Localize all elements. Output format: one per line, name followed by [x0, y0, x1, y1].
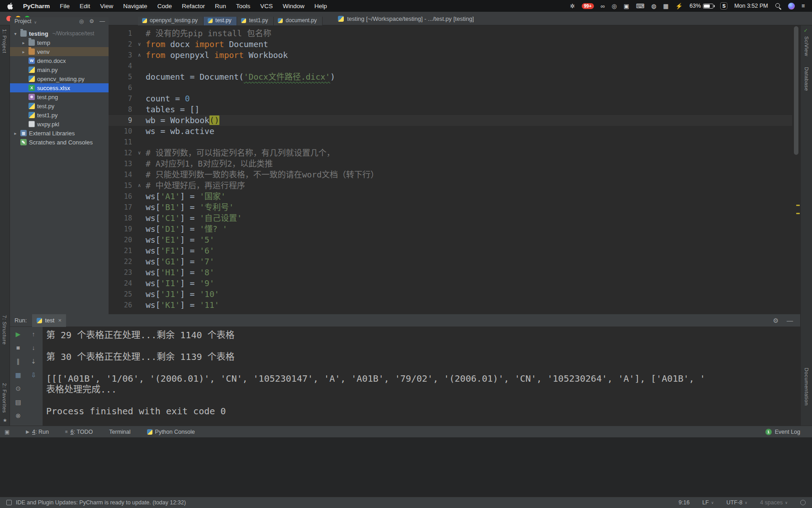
display-icon[interactable]: ▣	[623, 3, 629, 10]
tree-item-external-libraries[interactable]: ▸≣External Libraries	[10, 129, 109, 138]
editor-line-5[interactable]: 5document = Document('Docx文件路径.dicx')	[109, 72, 792, 82]
menu-vcs[interactable]: VCS	[260, 3, 273, 10]
run-console[interactable]: 第 29 个表格正在处理...剩余 1140 个表格第 30 个表格正在处理..…	[43, 327, 800, 426]
editor-line-16[interactable]: 16ws['A1'] = '国家'	[109, 191, 792, 202]
scroll-to-end-icon[interactable]: ⇩	[29, 370, 38, 379]
pin-tab-icon[interactable]: ⊙	[14, 384, 23, 393]
project-panel-header[interactable]: Project ∨ ◎ ⚙ —	[10, 17, 109, 25]
editor-tab-document-py[interactable]: document.py	[274, 17, 323, 25]
event-log-button[interactable]: 1 Event Log	[765, 429, 800, 435]
editor-line-14[interactable]: 14# 只能处理列数一致的表格，不一致的请在word文档（转下行）	[109, 169, 792, 180]
editor-line-7[interactable]: 7count = 0	[109, 93, 792, 104]
chevron-down-icon[interactable]: ∨	[34, 20, 37, 24]
tool-strip-button-documentation[interactable]: Documentation	[804, 368, 809, 406]
editor-line-9[interactable]: 9wb = Workbook()	[109, 115, 792, 126]
window-titlebar[interactable]: testing [~/Workspace/testing] - .../test…	[0, 12, 812, 25]
tree-collapsed-arrow-icon[interactable]: ▸	[13, 131, 18, 136]
notification-center-icon[interactable]: ≡	[802, 3, 805, 9]
line-separator-widget[interactable]: LF∨	[702, 499, 713, 506]
energy-icon[interactable]: ⚡	[675, 3, 683, 10]
restore-layout-icon[interactable]: ▦	[14, 370, 23, 379]
editor-tab-test-py[interactable]: test.py	[204, 17, 237, 25]
editor-line-15[interactable]: 15∧# 中处理好后，再运行程序	[109, 180, 792, 191]
warning-stripe-mark-icon[interactable]	[796, 205, 800, 206]
tree-item-venv[interactable]: ▸venv	[10, 47, 109, 56]
editor-line-8[interactable]: 8tables = []	[109, 104, 792, 115]
toolwindow-button-6-todo[interactable]: ≡6: TODO	[65, 429, 93, 435]
editor-line-20[interactable]: 20ws['E1'] = '5'	[109, 235, 792, 245]
status-indicator-icon[interactable]	[800, 500, 806, 505]
notification-badge[interactable]: 99+	[582, 3, 594, 9]
run-tab-test[interactable]: test ×	[32, 314, 66, 327]
close-tab-icon[interactable]: ×	[58, 317, 62, 324]
tree-item-test1-py[interactable]: test1.py	[10, 110, 109, 120]
infinity-icon[interactable]: ∞	[601, 3, 605, 10]
locate-file-icon[interactable]: ◎	[79, 18, 84, 24]
editor-line-10[interactable]: 10ws = wb.active	[109, 126, 792, 137]
caret-position-widget[interactable]: 9:16	[679, 499, 689, 506]
tree-item-testing[interactable]: ▾testing~/Workspace/test	[10, 29, 109, 38]
meeting-icon[interactable]: ◎	[612, 3, 617, 10]
print-icon[interactable]: ▤	[14, 398, 23, 407]
siri-icon[interactable]	[788, 3, 795, 10]
status-message[interactable]: IDE and Plugin Updates: PyCharm is ready…	[16, 499, 186, 506]
tool-strip-button-sciview[interactable]: SciView	[804, 36, 809, 56]
fold-marker-icon[interactable]: ∨	[134, 148, 145, 158]
toolwindow-button-4-run[interactable]: ▶4: Run	[26, 429, 49, 435]
panel-settings-icon[interactable]: ⚙	[89, 18, 94, 24]
menu-run[interactable]: Run	[215, 3, 226, 10]
menu-tools[interactable]: Tools	[236, 3, 251, 10]
menu-edit[interactable]: Edit	[80, 3, 90, 10]
editor-line-3[interactable]: 3∧from openpyxl import Workbook	[109, 50, 792, 61]
mic-icon[interactable]: ◍	[651, 3, 656, 10]
tree-collapsed-arrow-icon[interactable]: ▸	[21, 49, 26, 54]
menu-window[interactable]: Window	[283, 3, 304, 10]
jump-to-end-icon[interactable]: ⇣	[29, 357, 38, 366]
fold-marker-icon[interactable]: ∨	[134, 39, 145, 50]
toolwindow-button-python-console[interactable]: Python Console	[147, 429, 195, 435]
editor-line-25[interactable]: 25ws['J1'] = '10'	[109, 289, 792, 300]
menu-view[interactable]: View	[100, 3, 113, 10]
menu-code[interactable]: Code	[157, 3, 172, 10]
fold-marker-icon[interactable]: ∧	[134, 180, 145, 191]
battery-indicator[interactable]: 63%	[689, 3, 713, 9]
favorites-star-icon[interactable]: ★	[2, 417, 8, 423]
editor-line-19[interactable]: 19ws['D1'] = '懂? '	[109, 224, 792, 235]
hide-panel-icon[interactable]: —	[100, 18, 105, 24]
encoding-widget[interactable]: UTF-8∨	[727, 499, 747, 506]
down-stack-trace-icon[interactable]: ↓	[29, 343, 38, 352]
stop-icon[interactable]: ■	[14, 343, 23, 352]
status-message-icon[interactable]	[6, 500, 12, 505]
editor-tab-openpyxl-testing-py[interactable]: openpyxl_testing.py	[138, 17, 204, 25]
menu-file[interactable]: File	[60, 3, 70, 10]
tree-item-main-py[interactable]: main.py	[10, 65, 109, 74]
editor-line-23[interactable]: 23ws['H1'] = '8'	[109, 267, 792, 278]
editor-line-26[interactable]: 26ws['K1'] = '11'	[109, 300, 792, 309]
editor-line-17[interactable]: 17ws['B1'] = '专利号'	[109, 202, 792, 213]
tree-item-temp[interactable]: ▸temp	[10, 38, 109, 47]
tree-item-scratches-and-consoles[interactable]: ✎Scratches and Consoles	[10, 138, 109, 147]
hide-run-panel-icon[interactable]: —	[787, 317, 793, 324]
tree-item-demo-docx[interactable]: Wdemo.docx	[10, 56, 109, 65]
tree-item-opencv-testing-py[interactable]: opencv_testing.py	[10, 74, 109, 83]
apple-menu[interactable]	[7, 3, 13, 10]
input-method-icon[interactable]: S	[720, 2, 727, 10]
tool-strip-button-structure[interactable]: 7: Structure	[2, 315, 7, 345]
clear-console-icon[interactable]: ⊗	[14, 411, 23, 420]
tool-window-switcher-icon[interactable]: ▣	[5, 429, 9, 435]
menu-pycharm[interactable]: PyCharm	[23, 3, 50, 10]
up-stack-trace-icon[interactable]: ↑	[29, 330, 38, 339]
indent-widget[interactable]: 4 spaces∨	[760, 499, 788, 506]
editor-line-4[interactable]: 4	[109, 61, 792, 72]
menubar-clock[interactable]: Mon 3:52 PM	[734, 3, 768, 9]
warning-stripe-mark-icon[interactable]	[796, 213, 800, 214]
editor-line-21[interactable]: 21ws['F1'] = '6'	[109, 245, 792, 256]
tree-item-wxpy-pkl[interactable]: wxpy.pkl	[10, 120, 109, 129]
editor-tab-test1-py[interactable]: test1.py	[237, 17, 274, 25]
rerun-icon[interactable]: ▶	[14, 330, 23, 339]
toolwindow-button-terminal[interactable]: Terminal	[109, 429, 130, 435]
editor-line-24[interactable]: 24ws['I1'] = '9'	[109, 278, 792, 289]
keyboard-icon[interactable]: ⌨	[636, 3, 645, 10]
spotlight-search-icon[interactable]	[775, 3, 781, 9]
editor-line-13[interactable]: 13# A对应列1，B对应列2，以此类推	[109, 158, 792, 169]
